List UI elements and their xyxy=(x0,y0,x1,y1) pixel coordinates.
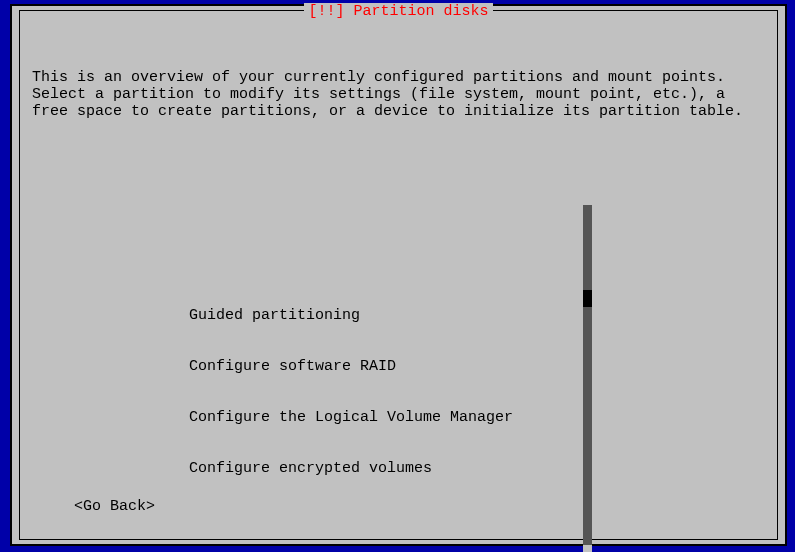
dialog-inner-border: [!!] Partition disks This is an overview… xyxy=(19,10,778,540)
scroll-up-icon[interactable] xyxy=(583,188,592,205)
menu-configure-encrypted[interactable]: Configure encrypted volumes xyxy=(189,460,765,477)
menu-configure-lvm[interactable]: Configure the Logical Volume Manager xyxy=(189,409,765,426)
partition-list: Guided partitioning Configure software R… xyxy=(189,188,765,552)
scrollbar-thumb[interactable] xyxy=(583,290,592,307)
scroll-down-icon[interactable] xyxy=(583,545,592,552)
menu-configure-raid[interactable]: Configure software RAID xyxy=(189,358,765,375)
intro-text: This is an overview of your currently co… xyxy=(32,69,765,120)
dialog-window: [!!] Partition disks This is an overview… xyxy=(10,4,787,546)
blank-row xyxy=(189,511,765,528)
scrollbar-track[interactable] xyxy=(583,188,592,552)
go-back-button[interactable]: <Go Back> xyxy=(74,498,155,515)
dialog-title: [!!] Partition disks xyxy=(304,3,492,20)
menu-guided-partitioning[interactable]: Guided partitioning xyxy=(189,307,765,324)
